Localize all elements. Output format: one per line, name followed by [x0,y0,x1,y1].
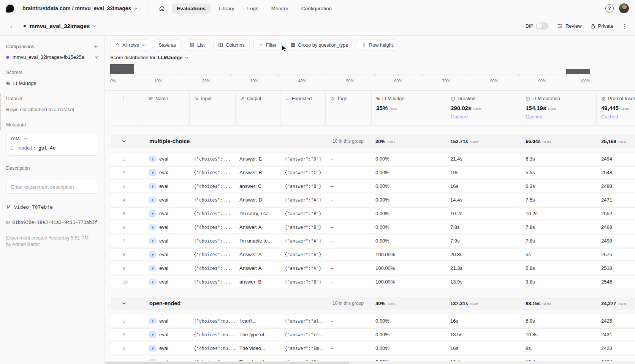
group-by-button[interactable]: Group by question_type [285,39,353,50]
table-row[interactable]: 4eval{"choices":...Answer: D{"answer":"A… [110,194,635,206]
nav-item-configuration[interactable]: Configuration [296,3,337,14]
git-ref-row[interactable]: video 707ebfe [6,204,98,210]
nav-item-monitor[interactable]: Monitor [266,3,293,14]
braintrust-logo[interactable] [6,5,14,13]
row-llm-duration: 5.8s [521,265,596,271]
row-height-label: Row height [369,43,393,48]
table-row[interactable]: 3eval{"choices":...answer: C{"answer":"B… [110,180,635,192]
group-header[interactable]: multiple-choice10 in this group30%AVG152… [110,135,635,148]
row-output: The video... [235,345,280,351]
column-header-llm-duration[interactable]: LLM duration 154.19sSUM Cached [521,91,596,125]
avatar[interactable] [619,3,629,13]
nav-item-library[interactable]: Library [214,3,239,14]
histogram-axis-label: 30% [250,79,258,83]
row-duration: 18.5s [446,332,521,337]
aggregation-label: AVG [387,140,395,144]
histogram-axis-label: 60% [394,79,402,83]
histogram-tick [230,74,231,76]
select-all-checkbox[interactable] [123,96,124,102]
table-row[interactable]: 6eval{"choices":...Answer: A{"answer":"B… [110,221,635,233]
row-prompt-tokens: 2423 [596,345,635,351]
group-duration-value: 152.71s [450,139,468,144]
column-header-tags[interactable]: Tags [325,91,371,125]
scorer-item[interactable]: % LLMJudge [6,80,98,86]
scrollbar-thumb[interactable] [106,362,350,364]
experiment-id-row[interactable]: ID 81bb930e-18e3-41a3-9c11-773bb3f7e… [6,220,98,225]
row-name-cell: eval [144,318,189,324]
row-height-button[interactable]: Row height [357,39,398,50]
row-name: eval [159,279,168,285]
help-icon[interactable]: ? [605,4,614,13]
table-row[interactable]: 2eval{"choices":...Answer: B{"answer":"C… [110,167,635,178]
sidebar-scrollbar[interactable] [0,93,1,130]
row-number: 2 [110,170,144,175]
home-icon[interactable] [157,3,167,14]
table-row[interactable]: 1eval{"choices":...Answer: E{"answer":"D… [110,153,635,165]
horizontal-scrollbar[interactable] [105,361,635,364]
private-button[interactable]: Private [590,23,613,29]
column-header-duration[interactable]: Duration 290.02sSUM Cached [446,91,521,125]
table-row[interactable]: 10eval{"choices":...answer: B{"answer":"… [110,276,635,288]
table-row[interactable]: 7eval{"choices":...I'm unable to...{"ans… [110,235,635,247]
review-button[interactable]: Review [557,23,582,29]
list-view-button[interactable]: List [185,39,209,50]
group-name: multiple-choice [144,138,325,144]
column-header-prompt-tokens[interactable]: Prompt tokens 49,445SUM Cached [596,91,635,125]
row-tags: – [325,183,371,189]
description-input[interactable] [6,180,98,194]
score-distribution-title[interactable]: Score distribution for LLMJudge [110,55,188,60]
row-expected: {"answer":"A"} [280,197,325,203]
table-row[interactable]: 9eval{"choices":...Answer: A{"answer":"A… [110,262,635,274]
table-body: multiple-choice10 in this group30%AVG152… [110,135,635,364]
group-collapse-icon[interactable] [110,139,144,143]
filter-button[interactable]: Filter [253,39,282,50]
back-button[interactable]: ← [8,21,17,31]
comparison-experiment-item[interactable]: mmvu_eval_32images-fb15e25a [6,54,98,60]
row-input: {"choices":... [189,211,235,216]
table-row[interactable]: 1eval{"choices":nu...I can't...{"answer"… [110,315,635,327]
histogram-axis-label: 10% [154,79,162,83]
all-rows-button[interactable]: All rows [110,39,150,50]
table-row[interactable]: 8eval{"choices":...Answer: A{"answer":"A… [110,249,635,260]
chevron-down-icon[interactable] [93,24,97,28]
group-header[interactable]: open-ended10 in this group40%AVG137.31sS… [110,297,635,310]
filter-icon [258,43,263,47]
column-header-expected[interactable]: Expected [280,91,325,125]
group-collapse-icon[interactable] [110,301,144,306]
nav-item-logs[interactable]: Logs [242,3,263,14]
table-row[interactable]: 2eval{"choices":nu...The type of...{"ans… [110,329,635,340]
row-number: 3 [110,346,144,351]
column-header-output[interactable]: Output [235,91,280,125]
table-row[interactable]: 5eval{"choices":...I'm sorry, I ca...{"a… [110,208,635,219]
row-llm-duration: 7.8s [521,238,596,244]
row-duration: 14.4s [446,197,521,203]
column-header-input[interactable]: Input [189,91,235,125]
save-as-button[interactable]: Save as [154,39,181,50]
diff-toggle[interactable] [536,22,549,30]
row-name: eval [159,252,168,257]
row-name: eval [159,332,168,337]
row-score: 100.00% [371,265,446,271]
nav-item-evaluations[interactable]: Evaluations [172,3,211,14]
row-llm-duration: 10.2s [521,211,596,216]
diff-label: Diff [526,23,533,29]
histogram-bar [110,64,134,74]
eval-lightning-icon [149,238,156,244]
collapse-sidebar-icon[interactable] [93,44,98,49]
yaml-format-select[interactable]: YAML [6,133,98,144]
table-row[interactable]: 3eval{"choices":nu...The video...{"answe… [110,342,635,354]
row-output: Answer: A [235,224,280,230]
table-group: multiple-choice10 in this group30%AVG152… [110,135,635,288]
yaml-value: gpt-4o [38,145,55,151]
metadata-editor[interactable]: YAML 1 model: gpt-4o [6,133,98,156]
row-prompt-tokens: 2575 [596,252,635,257]
breadcrumb[interactable]: braintrustdata.com / mmvu_eval_32images [22,5,138,11]
row-name: eval [159,211,168,216]
column-header-name[interactable]: Name [144,91,189,125]
column-header-llmjudge[interactable]: %LLMJudge 35%AVG – [371,91,446,125]
more-options-icon[interactable]: ⋮ [622,23,627,29]
columns-button[interactable]: Columns [213,39,249,50]
row-prompt-tokens: 2494 [596,156,635,162]
row-number: 10 [110,280,144,284]
yaml-code-line[interactable]: 1 model: gpt-4o [6,144,98,155]
